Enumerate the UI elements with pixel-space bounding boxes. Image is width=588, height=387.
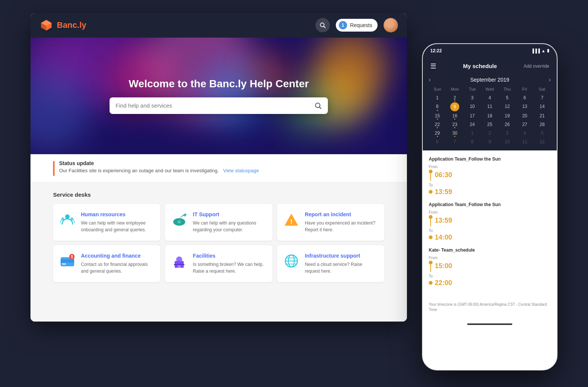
cal-day[interactable]: 24 — [464, 120, 481, 129]
avatar-image — [384, 18, 398, 32]
it-card-desc: We can help with any questions regarding… — [193, 220, 265, 233]
add-override-button[interactable]: Add override — [524, 64, 549, 69]
cal-day[interactable]: 3 — [499, 129, 516, 137]
cal-day[interactable]: 16 — [446, 112, 463, 120]
facilities-icon — [171, 253, 187, 269]
cal-day[interactable]: 20 — [516, 112, 533, 120]
cal-day[interactable]: 7 — [446, 138, 463, 146]
to-dot — [429, 235, 433, 239]
cal-day[interactable]: 6 — [429, 138, 446, 146]
from-dot — [429, 170, 433, 173]
schedule-item-title: Application Team_Follow the Sun — [429, 156, 551, 162]
cal-day[interactable]: 25 — [481, 120, 498, 129]
cal-day[interactable]: 2 — [481, 129, 498, 137]
hero-section: Welcome to the Banc.ly Help Center — [30, 38, 407, 154]
facilities-card-title: Facilities — [193, 253, 265, 259]
phone-header-title: My schedule — [463, 63, 497, 69]
phone-status-icons: ▐▐▐ ▲ ▮ — [531, 48, 549, 53]
to-label: To — [429, 274, 433, 278]
hamburger-icon[interactable]: ☰ — [430, 62, 436, 70]
main-content: Status update Our Facilities site is exp… — [30, 154, 407, 322]
cal-day[interactable]: 11 — [516, 138, 533, 146]
cal-day[interactable]: 6 — [516, 94, 533, 102]
card-human-resources[interactable]: Human resources We can help with new emp… — [53, 204, 160, 241]
facilities-card-text: Facilities Is something broken? We can h… — [193, 253, 265, 275]
cal-day[interactable]: 2 — [446, 94, 463, 102]
logo-text: Banc.ly — [57, 20, 86, 30]
cal-day[interactable]: 13 — [516, 102, 533, 111]
nav-search-button[interactable] — [315, 18, 330, 32]
cal-day[interactable]: 27 — [516, 120, 533, 129]
phone-home-indicator — [423, 319, 557, 330]
cal-day[interactable]: 18 — [481, 112, 498, 120]
card-facilities[interactable]: Facilities Is something broken? We can h… — [165, 245, 272, 282]
phone-header: ☰ My schedule Add override — [423, 58, 557, 75]
cal-day[interactable]: 5 — [534, 129, 551, 137]
search-input[interactable] — [116, 102, 314, 109]
search-bar[interactable] — [110, 97, 328, 114]
card-accounting[interactable]: $ Accounting and finance Contact us for … — [53, 245, 160, 282]
accounting-card-desc: Contact us for financial approvals and g… — [81, 261, 153, 275]
weekday-tue: Tue — [464, 86, 481, 92]
cal-day[interactable]: 30 — [446, 129, 463, 137]
svg-line-7 — [320, 107, 321, 109]
cal-next-button[interactable]: › — [549, 76, 551, 83]
cal-day[interactable]: 8 — [429, 102, 446, 111]
from-label: From — [429, 165, 437, 169]
cal-day[interactable]: 26 — [499, 120, 516, 129]
cal-day[interactable]: 15 — [429, 112, 446, 120]
service-desks-section: Service desks — [30, 182, 407, 291]
cal-day[interactable]: 28 — [534, 120, 551, 129]
cal-day[interactable]: 14 — [534, 102, 551, 111]
cal-day[interactable]: 4 — [481, 94, 498, 102]
cal-day-dot — [454, 118, 455, 120]
from-dot — [429, 261, 433, 264]
cal-day[interactable]: 4 — [516, 129, 533, 137]
cal-day-dot — [437, 136, 438, 137]
requests-button[interactable]: 1 Requests — [336, 19, 378, 32]
cal-weekdays: Sun Mon Tue Wed Thu Fri Sat — [429, 86, 551, 92]
cal-day[interactable]: 29 — [429, 129, 446, 137]
cal-day[interactable]: 17 — [464, 112, 481, 120]
cal-day[interactable]: 12 — [499, 102, 516, 111]
cal-day[interactable]: 3 — [464, 94, 481, 102]
from-dot — [429, 215, 433, 219]
wifi-icon: ▲ — [541, 49, 545, 53]
infrastructure-card-title: Infrastructure support — [305, 253, 377, 259]
cal-day[interactable]: 7 — [534, 94, 551, 102]
time-line — [430, 173, 431, 181]
cal-day[interactable]: 19 — [499, 112, 516, 120]
status-title: Status update — [59, 160, 259, 166]
time-line — [430, 264, 431, 272]
card-infrastructure[interactable]: Infrastructure support Need a cloud serv… — [277, 245, 384, 282]
cal-day[interactable]: 9 — [481, 138, 498, 146]
from-label: From — [429, 256, 437, 260]
cal-day[interactable]: 1 — [464, 129, 481, 137]
schedule-item-title: Kate- Team_schedule — [429, 247, 551, 253]
facilities-card-desc: Is something broken? We can help. Raise … — [193, 261, 265, 275]
cal-day[interactable]: 10 — [464, 102, 481, 111]
from-label: From — [429, 210, 437, 214]
cal-day-dot — [437, 127, 438, 128]
infrastructure-icon — [283, 253, 300, 269]
bokeh-background — [30, 38, 407, 154]
avatar[interactable] — [384, 18, 398, 32]
status-link[interactable]: View statuspage — [223, 168, 259, 173]
cal-day[interactable]: 5 — [499, 94, 516, 102]
cal-day[interactable]: 10 — [499, 138, 516, 146]
card-it-support[interactable]: IT Support We can help with any question… — [165, 204, 272, 241]
cal-day[interactable]: 1 — [429, 94, 446, 102]
cal-day[interactable]: 8 — [464, 138, 481, 146]
schedule-item: Application Team_Follow the Sun From 06:… — [429, 156, 551, 196]
search-mag-icon — [314, 102, 322, 109]
cal-day[interactable]: 12 — [534, 138, 551, 146]
cal-day[interactable]: 9 — [450, 102, 459, 111]
nav-right: 1 Requests — [315, 18, 398, 32]
cal-day[interactable]: 11 — [481, 102, 498, 111]
card-incident[interactable]: ! Report an incident Have you experience… — [277, 204, 384, 241]
svg-text:$: $ — [71, 255, 73, 259]
cal-day[interactable]: 23 — [446, 120, 463, 129]
cal-day[interactable]: 21 — [534, 112, 551, 120]
cal-day[interactable]: 22 — [429, 120, 446, 129]
cal-prev-button[interactable]: ‹ — [429, 76, 431, 83]
